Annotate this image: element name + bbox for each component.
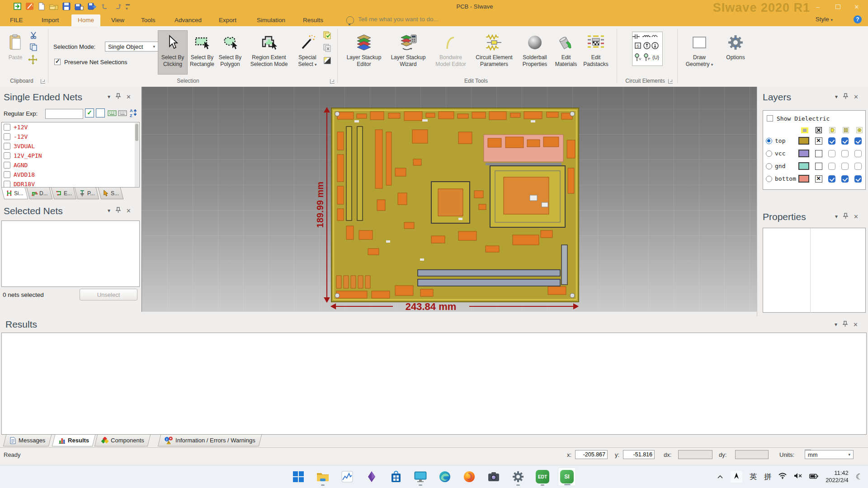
net-item[interactable]: +12V [2,122,139,132]
panel-menu-icon[interactable]: ▾ [835,94,838,100]
paste-button[interactable]: Paste [4,31,27,74]
net-item[interactable]: DDR18V [2,179,139,188]
export-icon[interactable] [88,2,97,10]
camera-app-button[interactable] [485,467,503,486]
net-checkbox[interactable] [4,162,10,169]
customize-toolbar-icon[interactable]: ▬▾ [126,2,130,11]
net-checkbox[interactable] [4,171,10,178]
layer-color-swatch[interactable] [798,175,809,183]
layer-vias-checkbox[interactable] [841,137,849,145]
special-select-button[interactable]: Special Select ▾ [295,31,320,74]
preserve-net-selections-checkbox[interactable] [54,59,61,65]
select-by-polygon-button[interactable]: Select By Polygon [217,31,243,74]
layer-color-swatch[interactable] [798,137,809,145]
tab-results-output[interactable]: Results [52,435,95,446]
pen-icon[interactable] [731,471,742,483]
layer-radio[interactable] [766,138,772,144]
layer-vias-checkbox[interactable] [841,175,849,183]
close-panel-icon[interactable]: ✕ [126,94,131,100]
layer-row-gnd[interactable]: gnd [766,162,862,170]
dy-field[interactable] [735,450,769,459]
net-checkbox[interactable] [4,124,10,131]
layer-pads-checkbox[interactable] [828,175,835,183]
selection-dialog-launcher-icon[interactable] [330,79,335,84]
pin-icon[interactable] [116,207,121,214]
net-checkbox[interactable] [4,143,10,150]
net-checkbox[interactable] [4,133,10,140]
layer-row-vcc[interactable]: vcc [766,150,862,157]
style-menu[interactable]: Style ▾ [816,16,833,23]
layer-pads-checkbox[interactable] [828,163,835,170]
select-by-rectangle-button[interactable]: Select By Rectangle [188,31,216,74]
tray-chevron-icon[interactable] [717,473,723,481]
tab-simulation[interactable]: Simulation [250,14,292,26]
selected-nets-list[interactable] [1,221,140,287]
import-icon[interactable] [14,2,22,10]
edge-browser-button[interactable] [436,467,454,486]
selection-mode-dropdown[interactable]: Single Object▾ [105,42,158,52]
layer-pads-checkbox[interactable] [828,137,835,145]
cut-icon[interactable] [29,31,38,40]
panel-menu-icon[interactable]: ▾ [108,94,110,100]
tab-export[interactable]: Export [212,14,243,26]
layer-pads-checkbox[interactable] [828,150,835,157]
check-all-nets-button[interactable]: ✓ [85,108,94,117]
microsoft-store-button[interactable] [387,467,405,486]
circuit-element-parameters-button[interactable]: Circuit Element Parameters [472,31,517,74]
minimize-button[interactable]: – [811,4,825,11]
x-coord-field[interactable] [575,450,608,459]
edt-app-button[interactable]: EDT [533,467,552,486]
maximize-button[interactable] [831,4,844,11]
ime-english-indicator[interactable]: 英 [750,472,757,482]
nets-list[interactable]: +12V -12V 3VDUAL 12V_4PIN AGND AVDD18 DD… [1,122,140,188]
tab-view[interactable]: View [105,14,131,26]
keyboard-grid-alt-icon[interactable] [118,108,127,119]
tab-home[interactable]: Home [71,14,100,26]
net-item[interactable]: AVDD18 [2,170,139,179]
close-button[interactable]: ✕ [850,4,863,11]
close-panel-icon[interactable]: ✕ [126,207,131,214]
net-checkbox[interactable] [4,152,10,159]
clipboard-dialog-launcher-icon[interactable] [41,79,45,84]
panel-menu-icon[interactable]: ▾ [835,213,838,220]
layer-net-visibility-checkbox[interactable] [815,175,822,183]
pin-icon[interactable] [843,93,848,100]
circuit-elements-palette[interactable]: S V P {U} [632,32,663,66]
tab-tools[interactable]: Tools [135,14,162,26]
copy-icon[interactable] [29,42,38,52]
tab-information-errors-warnings[interactable]: i Information / Errors / Warnings [158,435,262,446]
ime-pinyin-indicator[interactable]: 拼 [764,472,771,482]
regex-input[interactable] [45,109,83,119]
display-app-button[interactable] [411,467,429,486]
tab-components[interactable]: Components [94,435,151,446]
select-all-visible-icon[interactable] [323,31,332,40]
layer-vias-checkbox[interactable] [841,150,849,157]
open-folder-icon[interactable] [49,2,58,10]
net-item[interactable]: -12V [2,132,139,141]
bondwire-model-editor-button[interactable]: Bondwire Model Editor [431,31,471,74]
layer-row-bottom[interactable]: bottom [766,175,862,183]
layer-radio[interactable] [766,150,772,157]
tell-me-search[interactable]: Tell me what you want to do... [358,16,439,23]
edit-padstacks-button[interactable]: Edit Padstacks [580,31,612,74]
pcb-canvas[interactable]: 189.99 mm 243.84 mm [142,87,757,312]
help-icon[interactable]: ? [854,15,862,23]
circuit-elements-dialog-launcher-icon[interactable] [668,79,673,84]
layer-net-visibility-checkbox[interactable] [815,137,822,145]
task-manager-button[interactable] [338,467,356,486]
region-extent-selection-mode-button[interactable]: Region Extent Selection Mode [244,31,294,74]
layer-stackup-wizard-button[interactable]: Layer Stackup Wizard [387,31,430,74]
draw-geometry-button[interactable]: Draw Geometry ▾ [683,31,716,74]
layer-row-top[interactable]: top [766,137,862,145]
redo-icon[interactable] [113,3,122,10]
volume-muted-icon[interactable] [794,473,802,481]
firefox-browser-button[interactable] [460,467,478,486]
panel-menu-icon[interactable]: ▾ [835,321,837,328]
close-panel-icon[interactable]: ✕ [853,321,858,328]
purple-app-button[interactable] [363,467,381,486]
tab-extended-nets[interactable]: E... [51,188,76,199]
pin-icon[interactable] [843,321,848,328]
edit-materials-button[interactable]: Edit Materials [553,31,579,74]
net-checkbox[interactable] [4,181,10,188]
pin-icon[interactable] [843,213,848,220]
